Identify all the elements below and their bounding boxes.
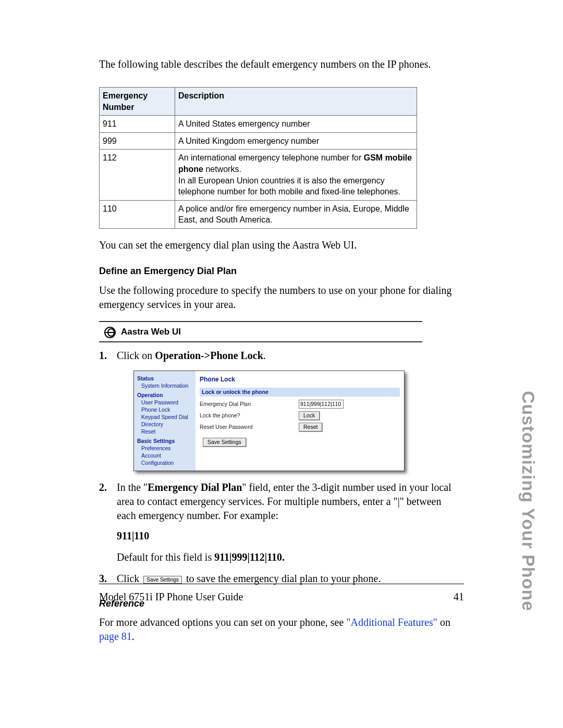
phone-lock-sidebar: Status System Information Operation User…	[134, 371, 195, 471]
cell-number: 999	[100, 132, 175, 150]
sidebar-item-account-configuration[interactable]: Account Configuration	[141, 452, 193, 466]
procedure-intro: Use the following procedure to specify t…	[99, 283, 464, 312]
sidebar-item-keypad-speed-dial[interactable]: Keypad Speed Dial	[141, 413, 193, 421]
emergency-dial-plan-input[interactable]	[299, 400, 344, 409]
row-emergency-dial-plan: Emergency Dial Plan	[200, 400, 400, 409]
sidebar-item-directory[interactable]: Directory	[141, 421, 193, 428]
sidebar-item-reset[interactable]: Reset	[141, 428, 193, 435]
footer-page-number: 41	[454, 590, 464, 604]
cell-description: A United States emergency number	[175, 116, 417, 133]
row-reset-user-password: Reset User Password Reset	[200, 423, 400, 431]
sidebar-item-user-password[interactable]: User Password	[141, 399, 193, 406]
table-row: 112 An international emergency telephone…	[100, 150, 417, 200]
step-number: 1.	[99, 349, 107, 363]
step-2: 2. In the "Emergency Dial Plan" field, e…	[99, 480, 459, 564]
cell-number: 911	[100, 116, 175, 133]
row-save-settings: Save Settings	[200, 438, 400, 447]
sidebar-item-preferences[interactable]: Preferences	[141, 445, 193, 452]
intro-text: The following table describes the defaul…	[99, 57, 464, 71]
cell-number: 110	[100, 200, 175, 228]
example-dial-plan: 911|110	[117, 529, 459, 543]
table-row: 999 A United Kingdom emergency number	[100, 132, 417, 150]
page-footer: Model 6751i IP Phone User Guide 41	[99, 590, 464, 604]
table-header-row: Emergency Number Description	[100, 88, 417, 116]
phone-lock-main: Phone Lock Lock or unlock the phone Emer…	[195, 371, 404, 471]
phone-lock-title: Phone Lock	[200, 375, 400, 384]
globe-icon	[104, 327, 116, 338]
sidebar-group-basic-settings[interactable]: Basic Settings	[137, 437, 193, 445]
emergency-numbers-table: Emergency Number Description 911 A Unite…	[99, 87, 417, 229]
cell-description: A United Kingdom emergency number	[175, 132, 417, 150]
section-heading: Define an Emergency Dial Plan	[99, 265, 464, 277]
inline-save-settings-button[interactable]: Save Settings	[143, 576, 182, 584]
reference-text: For more advanced options you can set on…	[99, 615, 464, 644]
phone-lock-stripe: Lock or unlock the phone	[200, 388, 400, 396]
post-table-text: You can set the emergency dial plan usin…	[99, 238, 464, 252]
step-1: 1. Click on Operation->Phone Lock. Statu…	[99, 349, 459, 471]
sidebar-group-status[interactable]: Status	[137, 375, 193, 382]
row-lock-the-phone: Lock the phone? Lock	[200, 411, 400, 420]
step-number: 2.	[99, 480, 107, 495]
footer-left: Model 6751i IP Phone User Guide	[99, 590, 243, 604]
cell-description: An international emergency telephone num…	[175, 150, 417, 200]
aastra-web-ui-label: Aastra Web UI	[121, 326, 181, 338]
cell-description: A police and/or fire emergency number in…	[175, 200, 417, 228]
sidebar-group-operation[interactable]: Operation	[137, 391, 193, 399]
link-page-81[interactable]: page 81	[99, 631, 132, 642]
label-reset-user-password: Reset User Password	[200, 423, 299, 430]
sidebar-item-phone-lock[interactable]: Phone Lock	[141, 406, 193, 413]
page-content: The following table describes the defaul…	[99, 57, 464, 644]
default-dial-plan-text: Default for this field is 911|999|112|11…	[117, 550, 459, 564]
phone-lock-ui: Status System Information Operation User…	[133, 371, 405, 471]
footer-rule	[99, 584, 464, 584]
reset-button[interactable]: Reset	[299, 423, 322, 431]
cell-number: 112	[100, 150, 175, 200]
steps-list: 1. Click on Operation->Phone Lock. Statu…	[99, 349, 459, 586]
label-lock-the-phone: Lock the phone?	[200, 412, 299, 419]
aastra-web-ui-bar: Aastra Web UI	[99, 321, 422, 342]
link-additional-features[interactable]: "Additional Features"	[346, 616, 437, 628]
save-settings-button[interactable]: Save Settings	[203, 438, 246, 447]
table-row: 911 A United States emergency number	[100, 116, 417, 133]
chapter-side-title: Customizing Your Phone	[516, 391, 540, 611]
th-emergency-number: Emergency Number	[100, 88, 175, 116]
label-emergency-dial-plan: Emergency Dial Plan	[200, 400, 299, 408]
th-description: Description	[175, 88, 417, 116]
sidebar-item-system-information[interactable]: System Information	[141, 382, 193, 389]
lock-button[interactable]: Lock	[299, 411, 320, 420]
table-row: 110 A police and/or fire emergency numbe…	[100, 200, 417, 228]
